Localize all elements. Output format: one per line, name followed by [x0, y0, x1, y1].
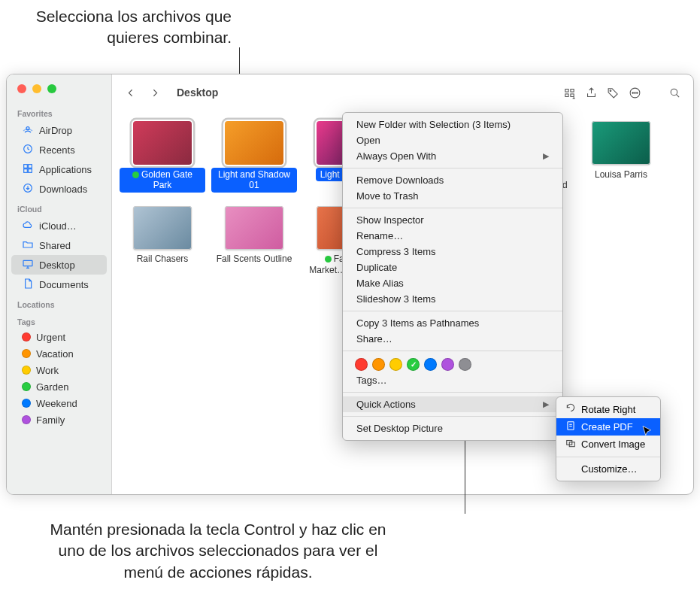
sidebar-item-icloud[interactable]: iCloud…: [11, 216, 107, 235]
menu-separator: [343, 311, 562, 311]
file-item[interactable]: Light and Shadow 01: [211, 121, 297, 193]
tag-color-swatch[interactable]: [407, 358, 420, 371]
context-menu-item[interactable]: Make Alias: [343, 275, 562, 291]
sidebar-item-label: Weekend: [36, 398, 77, 409]
window-title: Desktop: [175, 87, 218, 99]
file-name: Light and Shadow 01: [211, 168, 297, 193]
view-switcher: [500, 89, 548, 96]
sidebar-item-family[interactable]: Family: [11, 411, 107, 428]
context-menu-item[interactable]: Share…: [343, 331, 562, 347]
file-item[interactable]: Louisa Parris: [578, 121, 664, 193]
tag-button[interactable]: [602, 83, 624, 102]
context-menu-item[interactable]: Show Inspector: [343, 212, 562, 228]
context-menu-item[interactable]: New Folder with Selection (3 Items): [343, 117, 562, 132]
tag-color-swatch[interactable]: [424, 358, 437, 371]
context-menu-label: Move to Trash: [356, 190, 418, 202]
context-menu-item[interactable]: Copy 3 Items as Pathnames: [343, 315, 562, 331]
quick-action-item[interactable]: Rotate Right: [556, 401, 660, 418]
callout-top: Selecciona los archivos que quieres comb…: [14, 6, 232, 49]
quick-action-label: Rotate Right: [581, 404, 635, 415]
context-menu-item[interactable]: Always Open With▶: [343, 148, 562, 164]
context-menu-label: Slideshow 3 Items: [356, 293, 436, 305]
sidebar-item-shared[interactable]: Shared: [11, 235, 107, 255]
context-menu-item[interactable]: Remove Downloads: [343, 172, 562, 188]
context-menu-item-tags[interactable]: Tags…: [343, 372, 562, 388]
tag-dot-icon: [22, 349, 31, 358]
svg-rect-31: [568, 422, 574, 430]
context-menu-label: Rename…: [356, 230, 403, 241]
file-name: Golden Gate Park: [120, 168, 205, 193]
sidebar-item-vacation[interactable]: Vacation: [11, 345, 107, 362]
list-view-button[interactable]: [512, 89, 524, 96]
sidebar-item-airdrop[interactable]: AirDrop: [11, 120, 107, 140]
tag-dot-icon: [22, 332, 31, 341]
context-menu-label: Open: [356, 135, 380, 146]
svg-point-0: [26, 126, 29, 129]
sidebar-item-label: Shared: [39, 240, 71, 251]
file-item[interactable]: Golden Gate Park: [120, 121, 205, 193]
tag-color-swatch[interactable]: [355, 358, 368, 371]
icon-view-button[interactable]: [500, 89, 512, 96]
context-menu-label: Compress 3 Items: [356, 246, 435, 257]
file-thumbnail: [133, 206, 192, 250]
context-menu: New Folder with Selection (3 Items)OpenA…: [342, 112, 563, 441]
sidebar-item-label: iCloud…: [39, 220, 77, 232]
fullscreen-button[interactable]: [47, 84, 56, 93]
share-button[interactable]: [580, 83, 602, 102]
gallery-view-button[interactable]: [536, 89, 548, 96]
tag-color-swatch[interactable]: [441, 358, 454, 371]
context-menu-item[interactable]: Compress 3 Items: [343, 244, 562, 260]
sidebar-item-applications[interactable]: Applications: [11, 159, 107, 179]
context-menu-label: Tags…: [356, 375, 386, 386]
context-menu-label: Always Open With: [356, 150, 436, 162]
minimize-button[interactable]: [32, 84, 41, 93]
sidebar-item-work[interactable]: Work: [11, 362, 107, 378]
forward-button[interactable]: [144, 83, 166, 102]
download-icon: [22, 182, 34, 196]
quick-action-customize[interactable]: Customize…: [556, 461, 660, 477]
sidebar-item-label: AirDrop: [39, 125, 72, 136]
group-by-button[interactable]: [559, 83, 580, 102]
sidebar-item-documents[interactable]: Documents: [11, 275, 107, 294]
context-menu-item[interactable]: Open: [343, 132, 562, 148]
context-menu-item[interactable]: Slideshow 3 Items: [343, 291, 562, 307]
sidebar-heading: Favorites: [7, 103, 111, 120]
svg-rect-20: [565, 89, 568, 92]
sidebar-item-urgent[interactable]: Urgent: [11, 329, 107, 345]
file-thumbnail: [133, 121, 192, 165]
more-button[interactable]: [624, 83, 646, 102]
context-menu-item-quick-actions[interactable]: Quick Actions▶: [343, 396, 562, 412]
close-button[interactable]: [17, 84, 26, 93]
svg-point-28: [637, 92, 638, 93]
context-menu-item[interactable]: Move to Trash: [343, 188, 562, 204]
callout-bottom: Mantén presionada la tecla Control y haz…: [45, 519, 391, 583]
context-menu-item-set-desktop[interactable]: Set Desktop Picture: [343, 420, 562, 436]
back-button[interactable]: [120, 83, 141, 102]
search-button[interactable]: [664, 83, 686, 102]
sidebar-item-garden[interactable]: Garden: [11, 378, 107, 395]
menu-separator: [343, 416, 562, 417]
file-name: Rail Chasers: [132, 253, 193, 266]
sidebar-item-desktop[interactable]: Desktop: [11, 255, 107, 275]
file-thumbnail: [592, 121, 650, 165]
file-item[interactable]: Rail Chasers: [120, 206, 205, 277]
sidebar-item-label: Recents: [39, 144, 75, 156]
sidebar-item-label: Urgent: [36, 332, 65, 343]
file-item[interactable]: Fall Scents Outline: [211, 206, 297, 277]
svg-line-30: [677, 94, 680, 97]
sidebar-item-recents[interactable]: Recents: [11, 140, 107, 159]
file-grid: Golden Gate ParkLight and Shadow 01Light…: [112, 111, 693, 494]
context-menu-item[interactable]: Duplicate: [343, 260, 562, 275]
sidebar-item-weekend[interactable]: Weekend: [11, 395, 107, 411]
tag-color-swatch[interactable]: [389, 358, 402, 371]
tag-color-swatch[interactable]: [372, 358, 385, 371]
sidebar-item-downloads[interactable]: Downloads: [11, 179, 107, 199]
svg-rect-23: [571, 93, 574, 96]
tag-color-swatch[interactable]: [459, 358, 471, 371]
rotate-icon: [565, 403, 576, 416]
context-menu-item[interactable]: Rename…: [343, 228, 562, 244]
context-menu-label: New Folder with Selection (3 Items): [356, 119, 511, 130]
folder-shared-icon: [22, 238, 34, 253]
column-view-button[interactable]: [524, 89, 536, 96]
clock-icon: [22, 143, 34, 157]
